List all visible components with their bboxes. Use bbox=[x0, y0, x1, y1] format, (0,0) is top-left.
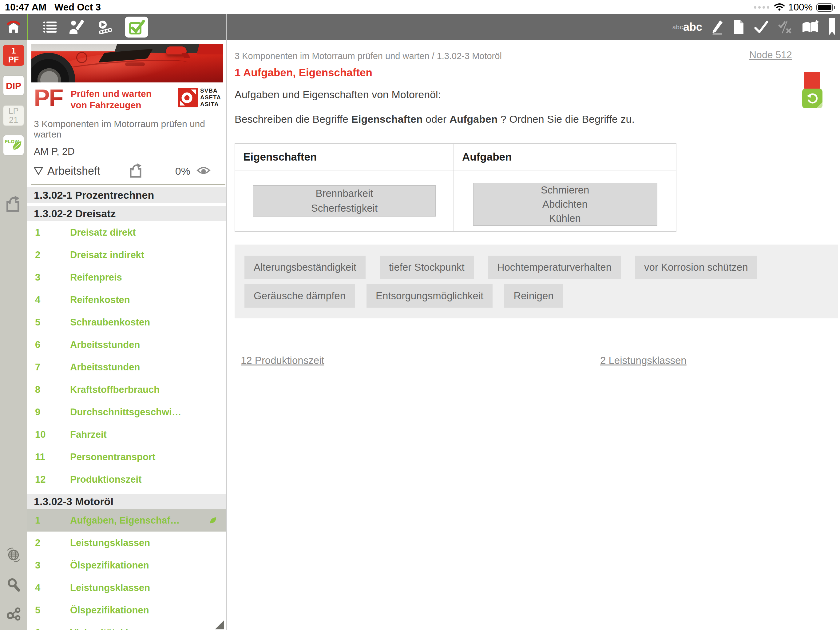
toolbar-green-separator bbox=[27, 14, 28, 40]
word-chip[interactable]: Hochtemperaturverhalten bbox=[488, 256, 621, 279]
sidebar-item[interactable]: 8Kraftstoffberbrauch bbox=[27, 378, 226, 401]
book-tab-flow[interactable]: FLOW bbox=[3, 135, 24, 156]
task-heading: 1 Aufgaben, Eigenschaften bbox=[235, 66, 373, 79]
contents-list-icon[interactable] bbox=[43, 21, 57, 33]
pf-logo: PF bbox=[34, 87, 63, 109]
status-bar: 10:47 AM Wed Oct 3 100% bbox=[0, 0, 840, 14]
sidebar: PF Prüfen und warten von Fahrzeugen SVBA… bbox=[27, 40, 227, 630]
word-chip[interactable]: Alterungsbeständigkeit bbox=[245, 256, 366, 279]
check-icon[interactable] bbox=[754, 21, 769, 33]
word-chip[interactable]: Entsorgungsmöglichkeit bbox=[366, 284, 493, 308]
book-tab-lp21[interactable]: LP 21 bbox=[3, 105, 24, 126]
reset-note-button[interactable] bbox=[802, 89, 823, 108]
tasks-check-button-active[interactable] bbox=[125, 17, 148, 38]
sidebar-item[interactable]: 4Reifenkosten bbox=[27, 288, 226, 311]
note-page-icon[interactable] bbox=[733, 20, 745, 35]
matching-table: Eigenschaften Aufgaben Brennbarkeit Sche… bbox=[235, 143, 676, 232]
red-marker-button[interactable] bbox=[804, 72, 820, 89]
book-tab-pf[interactable]: 1 PF bbox=[3, 45, 24, 66]
sidebar-item[interactable]: 2Dreisatz indirekt bbox=[27, 244, 226, 266]
check-cross-icon[interactable] bbox=[778, 20, 792, 34]
pen-icon[interactable] bbox=[712, 20, 724, 35]
workbook-pen-icon[interactable] bbox=[801, 20, 819, 34]
course-code: AM P, 2D bbox=[34, 146, 219, 157]
sidebar-item-selected[interactable]: 1 Aufgaben, Eigenschaf… bbox=[27, 509, 226, 532]
sidebar-item[interactable]: 6Arbeitsstunden bbox=[27, 334, 226, 356]
leaf-icon bbox=[209, 517, 217, 524]
sidebar-section-prozentrechnen[interactable]: 1.3.02-1 Prozentrechnen bbox=[27, 187, 226, 203]
sidebar-item[interactable]: 10Fahrzeit bbox=[27, 423, 226, 446]
media-film-icon[interactable] bbox=[96, 20, 113, 34]
eye-visibility-icon[interactable] bbox=[196, 165, 211, 177]
sidebar-item[interactable]: 7Arbeitsstunden bbox=[27, 356, 226, 378]
author-annotate-icon[interactable] bbox=[69, 20, 85, 34]
dropzone-aufgaben[interactable]: Schmieren Abdichten Kühlen bbox=[473, 183, 657, 226]
word-chip[interactable]: vor Korrosion schützen bbox=[635, 256, 757, 279]
sidebar-item[interactable]: 9Durchschnittsgeschwi… bbox=[27, 401, 226, 423]
globe-icon[interactable] bbox=[6, 548, 21, 564]
sidebar-item[interactable]: 2Leistungsklassen bbox=[27, 532, 226, 554]
worksheet-filter-row: Arbeitsheft 0% bbox=[34, 163, 211, 179]
word-chip[interactable]: tiefer Stockpunkt bbox=[380, 256, 474, 279]
prev-task-link[interactable]: 12 Produktionszeit bbox=[241, 355, 324, 366]
left-rail: 1 PF DIP LP 21 FLOW bbox=[0, 40, 27, 630]
date: Wed Oct 3 bbox=[54, 2, 101, 13]
lesson-list: 1.3.02-1 Prozentrechnen 1.3.02-2 Dreisat… bbox=[27, 187, 226, 630]
battery-icon bbox=[816, 3, 833, 12]
sidebar-item[interactable]: 6Viskositätsklassen bbox=[27, 621, 226, 630]
home-icon bbox=[6, 20, 21, 34]
share-nodes-icon[interactable] bbox=[6, 607, 21, 622]
word-bank: Alterungsbeständigkeit tiefer Stockpunkt… bbox=[235, 245, 838, 318]
leaf-icon bbox=[12, 141, 22, 154]
task-intro: Aufgaben und Eigenschaften von Motorenöl… bbox=[235, 89, 441, 101]
book-cover-image bbox=[32, 44, 223, 82]
sidebar-item[interactable]: 1Dreisatz direkt bbox=[27, 221, 226, 244]
sidebar-item[interactable]: 5Schraubenkosten bbox=[27, 311, 226, 334]
toolbar: abc abc bbox=[0, 14, 840, 40]
sidebar-item[interactable]: 11Personentransport bbox=[27, 446, 226, 468]
tasks-check-icon bbox=[128, 19, 145, 35]
triangle-down-icon bbox=[34, 167, 43, 175]
main-content: 3 Komponenten im Motorraum prüfen und wa… bbox=[227, 40, 840, 630]
undo-icon bbox=[806, 92, 818, 104]
node-ref-link[interactable]: Node 512 bbox=[749, 49, 792, 60]
sidebar-resize-handle[interactable] bbox=[215, 620, 224, 629]
dropzone-eigenschaften[interactable]: Brennbarkeit Scherfestigkeit bbox=[253, 185, 436, 217]
sidebar-section-motoroel[interactable]: 1.3.02-3 Motoröl bbox=[27, 494, 226, 509]
home-button[interactable] bbox=[0, 14, 27, 40]
export-share-icon[interactable] bbox=[6, 195, 22, 214]
next-task-link[interactable]: 2 Leistungsklassen bbox=[600, 355, 687, 366]
battery-percent: 100% bbox=[788, 2, 813, 13]
battery-nub bbox=[834, 6, 835, 9]
sidebar-item[interactable]: 5Ölspezifikationen bbox=[27, 599, 226, 621]
column-header-aufgaben: Aufgaben bbox=[454, 144, 676, 170]
sidebar-section-dreisatz[interactable]: 1.3.02-2 Dreisatz bbox=[27, 206, 226, 221]
wifi-icon bbox=[774, 3, 785, 12]
spellcheck-abc-icon[interactable]: abc abc bbox=[673, 22, 702, 32]
bookmark-icon[interactable] bbox=[828, 18, 836, 36]
search-icon[interactable] bbox=[7, 578, 20, 593]
sidebar-item[interactable]: 3Ölspezifikationen bbox=[27, 554, 226, 576]
worksheet-share-icon[interactable] bbox=[129, 163, 143, 179]
course-title: 3 Komponenten im Motorraum prüfen und wa… bbox=[34, 119, 219, 140]
clock: 10:47 AM bbox=[5, 2, 46, 13]
cellular-signal-icon bbox=[754, 6, 769, 9]
book-title: Prüfen und warten von Fahrzeugen bbox=[71, 88, 152, 111]
sidebar-item[interactable]: 12Produktionszeit bbox=[27, 468, 226, 491]
divider bbox=[31, 184, 225, 185]
word-chip[interactable]: Geräusche dämpfen bbox=[245, 284, 355, 308]
task-question: Beschreiben die Begriffe Eigenschaften o… bbox=[235, 113, 635, 125]
sidebar-item[interactable]: 3Reifenpreis bbox=[27, 266, 226, 288]
publisher-logo: SVBA ASETA ASITA bbox=[178, 87, 221, 108]
book-tab-dip[interactable]: DIP bbox=[3, 75, 24, 96]
breadcrumb: 3 Komponenten im Motorraum prüfen und wa… bbox=[235, 51, 502, 61]
toolbar-divider bbox=[226, 14, 227, 40]
worksheet-filter-dropdown[interactable]: Arbeitsheft bbox=[34, 165, 100, 177]
column-header-eigenschaften: Eigenschaften bbox=[235, 144, 454, 170]
progress-percent: 0% bbox=[175, 165, 190, 177]
svba-logo-icon bbox=[178, 88, 198, 108]
word-chip[interactable]: Reinigen bbox=[504, 284, 563, 308]
sidebar-item[interactable]: 4Leistungsklassen bbox=[27, 576, 226, 599]
